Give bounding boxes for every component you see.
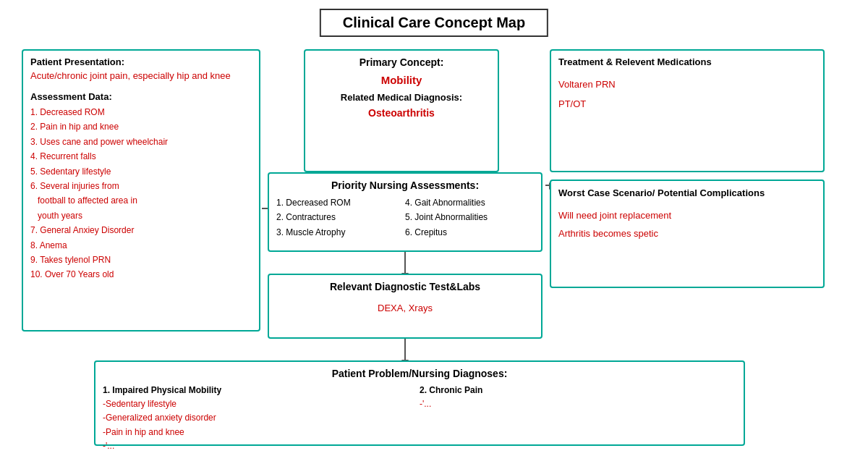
treatment-box: Treatment & Relevent Medications Voltare… — [550, 49, 825, 172]
list-item: 9. Takes tylenol PRN — [30, 253, 252, 267]
list-item: 3. Muscle Atrophy — [276, 225, 405, 240]
list-item: 4. Recurrent falls — [30, 149, 252, 164]
patient-presentation-title: Patient Presentation: — [30, 56, 252, 67]
page: Clinical Care Concept Map Patient Presen… — [0, 0, 868, 456]
list-item: 6. Several injuries from football to aff… — [30, 179, 252, 223]
assessment-data-title: Assessment Data: — [30, 91, 252, 102]
main-title: Clinical Care Concept Map — [320, 9, 548, 37]
priority-nursing-title: Priority Nursing Assessments: — [276, 180, 534, 191]
priority-left-col: 1. Decreased ROM 2. Contractures 3. Musc… — [276, 195, 405, 240]
priority-nursing-box: Priority Nursing Assessments: 1. Decreas… — [268, 172, 542, 252]
primary-concept-title: Primary Concept: — [312, 56, 490, 68]
list-item: -Sedentary lifestyle — [103, 397, 420, 411]
list-item: -'... — [103, 439, 420, 453]
related-diagnosis-title: Related Medical Diagnosis: — [312, 92, 490, 103]
priority-nursing-content: 1. Decreased ROM 2. Contractures 3. Musc… — [276, 195, 534, 240]
list-item: 6. Crepitus — [405, 225, 534, 240]
list-item: -Generalized anxiety disorder — [103, 411, 420, 425]
primary-concept-box: Primary Concept: Mobility Related Medica… — [304, 49, 499, 172]
list-item: -'... — [420, 397, 736, 411]
list-item: 5. Sedentary lifestyle — [30, 164, 252, 179]
worst-case-item-1: Will need joint replacement — [558, 210, 816, 221]
worst-case-item-2: Arthritis becomes spetic — [558, 228, 816, 239]
diagnostic-title: Relevant Diagnostic Test&Labs — [276, 281, 534, 292]
related-diagnosis-value: Osteoarthritis — [312, 107, 490, 119]
list-item: 4. Gait Abnormalities — [405, 195, 534, 210]
list-item: 1. Decreased ROM — [30, 105, 252, 119]
patient-presentation-box: Patient Presentation: Acute/chronic join… — [22, 49, 260, 332]
diagnostic-content: DEXA, Xrays — [276, 303, 534, 313]
problem-item-2: 2. Chronic Pain — [420, 384, 736, 397]
list-item: 3. Uses cane and power wheelchair — [30, 135, 252, 149]
problem-col2: 2. Chronic Pain -'... — [420, 384, 736, 453]
worst-case-title: Worst Case Scenario/ Potential Complicat… — [558, 187, 816, 200]
primary-concept-value: Mobility — [312, 74, 490, 86]
arrow-priority-to-diagnostic — [404, 252, 406, 274]
list-item: 5. Joint Abnormalities — [405, 210, 534, 224]
patient-presentation-content: Acute/chronic joint pain, especially hip… — [30, 70, 252, 81]
list-item: 2. Pain in hip and knee — [30, 119, 252, 134]
patient-problem-content: 1. Impaired Physical Mobility -Sedentary… — [103, 384, 736, 453]
diagnostic-box: Relevant Diagnostic Test&Labs DEXA, Xray… — [268, 274, 542, 339]
list-item: 10. Over 70 Years old — [30, 267, 252, 282]
list-item: 2. Contractures — [276, 210, 405, 224]
patient-problem-title: Patient Problem/Nursing Diagnoses: — [103, 368, 736, 379]
assessment-items: 1. Decreased ROM 2. Pain in hip and knee… — [30, 105, 252, 282]
patient-problem-box: Patient Problem/Nursing Diagnoses: 1. Im… — [94, 360, 745, 446]
list-item: 7. General Anxiey Disorder — [30, 223, 252, 237]
treatment-title: Treatment & Relevent Medications — [558, 56, 816, 67]
priority-right-col: 4. Gait Abnormalities 5. Joint Abnormali… — [405, 195, 534, 240]
list-item: -Pain in hip and knee — [103, 426, 420, 439]
list-item: 1. Decreased ROM — [276, 195, 405, 210]
arrow-diagnostic-to-problem — [404, 339, 406, 360]
problem-item-1: 1. Impaired Physical Mobility — [103, 384, 420, 397]
treatment-item-2: PT/OT — [558, 98, 816, 109]
worst-case-box: Worst Case Scenario/ Potential Complicat… — [550, 180, 825, 288]
treatment-item-1: Voltaren PRN — [558, 79, 816, 90]
list-item: 8. Anema — [30, 238, 252, 253]
problem-col1: 1. Impaired Physical Mobility -Sedentary… — [103, 384, 420, 453]
